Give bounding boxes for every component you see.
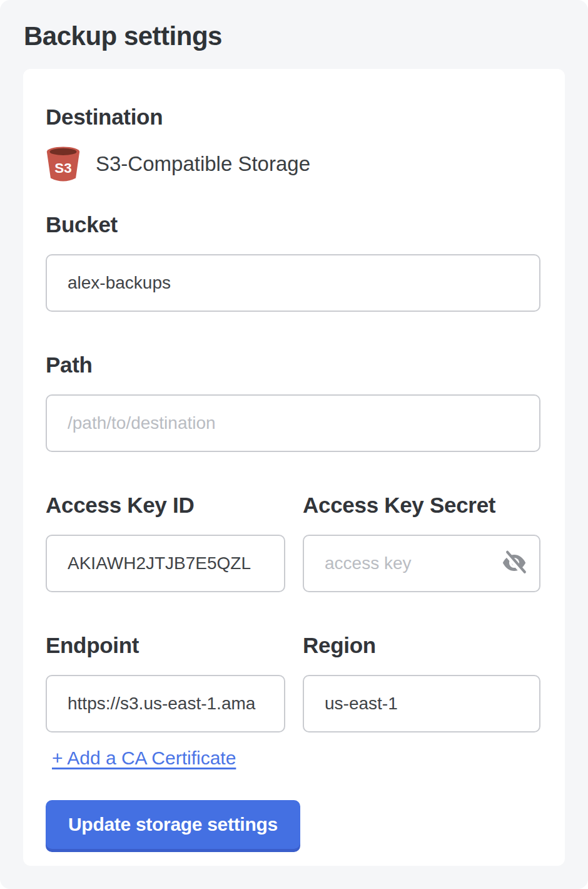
add-ca-certificate-link[interactable]: + Add a CA Certificate (52, 748, 236, 769)
access-key-id-field: Access Key ID (46, 492, 285, 592)
endpoint-input[interactable] (46, 675, 285, 732)
endpoint-label: Endpoint (46, 632, 285, 659)
update-storage-settings-button[interactable]: Update storage settings (46, 800, 300, 849)
endpoint-field: Endpoint (46, 632, 285, 732)
backup-settings-card: Destination S3 S3-Compatible Storage Buc… (23, 69, 565, 866)
bucket-label: Bucket (46, 212, 540, 238)
destination-label: Destination (46, 104, 540, 130)
path-field: Path (46, 352, 540, 452)
eye-off-icon[interactable] (500, 550, 528, 576)
region-label: Region (303, 632, 540, 659)
access-key-id-input[interactable] (46, 535, 285, 592)
access-key-secret-input-wrap (303, 535, 540, 592)
access-keys-row: Access Key ID Access Key Secret (46, 492, 540, 592)
access-key-secret-field: Access Key Secret (303, 492, 540, 592)
destination-value: S3-Compatible Storage (96, 152, 310, 176)
path-label: Path (46, 352, 540, 378)
backup-settings-screen: Backup settings Destination S3 S3-Compat… (0, 0, 588, 889)
bucket-field: Bucket (46, 212, 540, 312)
endpoint-region-row: Endpoint Region (46, 632, 540, 732)
region-input[interactable] (303, 675, 540, 732)
s3-icon-text: S3 (54, 160, 71, 176)
s3-bucket-icon: S3 (46, 145, 81, 183)
destination-value-row: S3 S3-Compatible Storage (46, 145, 540, 183)
access-key-secret-label: Access Key Secret (303, 492, 540, 518)
bucket-input[interactable] (46, 254, 540, 312)
page-title: Backup settings (0, 0, 588, 51)
access-key-id-label: Access Key ID (46, 492, 285, 518)
path-input[interactable] (46, 394, 540, 452)
region-field: Region (303, 632, 540, 732)
